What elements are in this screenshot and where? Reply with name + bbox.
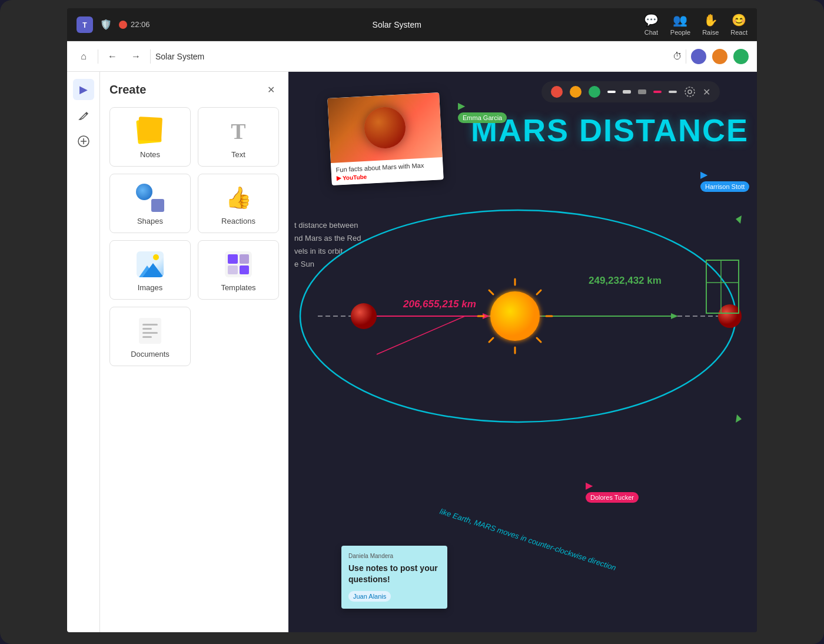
create-panel-header: Create ✕ (109, 81, 279, 98)
create-item-shapes[interactable]: Shapes (109, 174, 191, 233)
record-indicator: 22:06 (119, 20, 150, 29)
pen-thick-gray (638, 89, 646, 94)
svg-line-21 (489, 338, 493, 342)
reactions-icon: 👍 (224, 184, 252, 212)
nav-react[interactable]: 😊 React (730, 13, 747, 36)
svg-line-13 (377, 316, 465, 354)
emma-cursor: ▶ Emma Garcia (458, 100, 507, 123)
nav-raise[interactable]: ✋ Raise (702, 13, 719, 36)
create-panel-close-button[interactable]: ✕ (263, 81, 279, 98)
sticky-note: Daniela Mandera Use notes to post your q… (341, 546, 447, 609)
people-icon: 👥 (673, 13, 687, 27)
emma-cursor-label: Emma Garcia (458, 112, 507, 123)
create-item-reactions[interactable]: 👍 Reactions (198, 174, 279, 233)
pen-color-orange[interactable] (570, 86, 582, 98)
screen: T 🛡️ 22:06 Solar System 💬 Chat 👥 (67, 8, 757, 632)
left-toolbar: ▶ (67, 72, 100, 632)
divider-3 (686, 49, 686, 64)
notes-label: Notes (140, 150, 160, 159)
react-label: React (730, 29, 747, 36)
emma-cursor-arrow: ▶ (458, 101, 465, 111)
chat-label: Chat (644, 29, 658, 36)
raise-label: Raise (702, 29, 719, 36)
create-panel-title: Create (109, 83, 146, 97)
create-item-text[interactable]: T Text (198, 107, 279, 167)
svg-marker-28 (736, 215, 742, 224)
svg-line-22 (537, 338, 541, 342)
lasso-icon (684, 86, 696, 98)
titlebar-right: 💬 Chat 👥 People ✋ Raise 😊 React (644, 13, 747, 36)
react-icon: 😊 (732, 13, 746, 27)
forward-button[interactable]: → (127, 47, 145, 66)
time-display: 22:06 (131, 20, 150, 29)
shapes-icon (136, 184, 164, 212)
create-item-images[interactable]: Images (109, 240, 191, 300)
timer-icon: ⏱ (673, 51, 682, 62)
notes-icon (136, 117, 164, 145)
nav-chat[interactable]: 💬 Chat (644, 13, 659, 36)
create-item-documents[interactable]: Documents (109, 307, 191, 366)
back-button[interactable]: ← (103, 47, 122, 66)
sticky-author: Daniela Mandera (348, 553, 440, 559)
create-item-templates[interactable]: Templates (198, 240, 279, 300)
youtube-card[interactable]: Fun facts about Mars with Max ▶ YouTube (327, 92, 443, 185)
select-tool-button[interactable]: ▶ (73, 79, 94, 100)
create-panel: Create ✕ Notes (100, 72, 288, 632)
pen-tool-button[interactable] (73, 105, 94, 126)
svg-marker-12 (671, 313, 678, 319)
canvas-content: ✕ Fun facts about Mars with Max ▶ YouTub… (288, 72, 757, 632)
pen-thin-gray (669, 91, 677, 93)
pen-color-red[interactable] (551, 86, 563, 98)
mars-title-text: MARS DiSTANCE (471, 112, 749, 148)
svg-line-20 (537, 290, 541, 294)
canvas-area: ▶ Create (67, 72, 757, 632)
yt-card-image (327, 92, 442, 163)
templates-label: Templates (221, 283, 255, 292)
documents-icon (136, 317, 164, 345)
pen-toolbar: ✕ (541, 81, 720, 102)
dist-far-label: 249,232,432 km (589, 275, 662, 287)
pen-thin-pink (653, 91, 662, 93)
svg-point-23 (351, 303, 377, 329)
home-button[interactable]: ⌂ (74, 47, 93, 66)
pen-medium-gray (623, 90, 631, 94)
titlebar-left: T 🛡️ 22:06 (77, 16, 150, 33)
add-tool-button[interactable] (73, 131, 94, 152)
solar-svg (288, 190, 747, 443)
avatar-1 (690, 48, 707, 65)
divider-2 (150, 49, 151, 64)
sticky-tag: Juan Alanis (348, 591, 391, 602)
svg-point-14 (490, 291, 540, 341)
shield-icon: 🛡️ (100, 19, 112, 30)
svg-marker-29 (736, 414, 742, 423)
youtube-logo: ▶ YouTube (336, 174, 367, 182)
laptop-frame: T 🛡️ 22:06 Solar System 💬 Chat 👥 (0, 0, 824, 644)
avatar-3 (732, 48, 750, 65)
toolbar-bar: ⌂ ← → Solar System ⏱ (67, 41, 757, 72)
board-title: Solar System (155, 52, 668, 61)
create-grid: Notes T Text (109, 107, 279, 366)
images-label: Images (138, 283, 163, 292)
nav-people[interactable]: 👥 People (670, 13, 690, 36)
mars-distance-title: MARS DiSTANCE (471, 112, 749, 148)
divider-1 (98, 49, 98, 64)
avatar-2 (711, 48, 729, 65)
raise-icon: ✋ (703, 13, 718, 27)
people-label: People (670, 29, 690, 36)
images-icon (136, 250, 164, 278)
dist-near-label: 206,655,215 km (403, 298, 476, 310)
reactions-label: Reactions (221, 217, 255, 225)
pen-toolbar-close[interactable]: ✕ (703, 87, 710, 98)
shapes-label: Shapes (137, 217, 163, 225)
toolbar-right: ⏱ (673, 48, 750, 65)
svg-text:T: T (82, 21, 87, 29)
dolores-cursor: ▶ Dolores Tucker (586, 480, 639, 503)
dolores-cursor-arrow: ▶ (586, 480, 593, 490)
create-item-notes[interactable]: Notes (109, 107, 191, 167)
svg-point-5 (685, 87, 695, 97)
mars-image (363, 106, 407, 150)
pen-color-green[interactable] (589, 86, 600, 98)
sticky-text: Use notes to post your questions! (348, 563, 440, 586)
harrison-cursor-arrow: ▶ (700, 170, 707, 180)
window-title: Solar System (373, 20, 421, 29)
